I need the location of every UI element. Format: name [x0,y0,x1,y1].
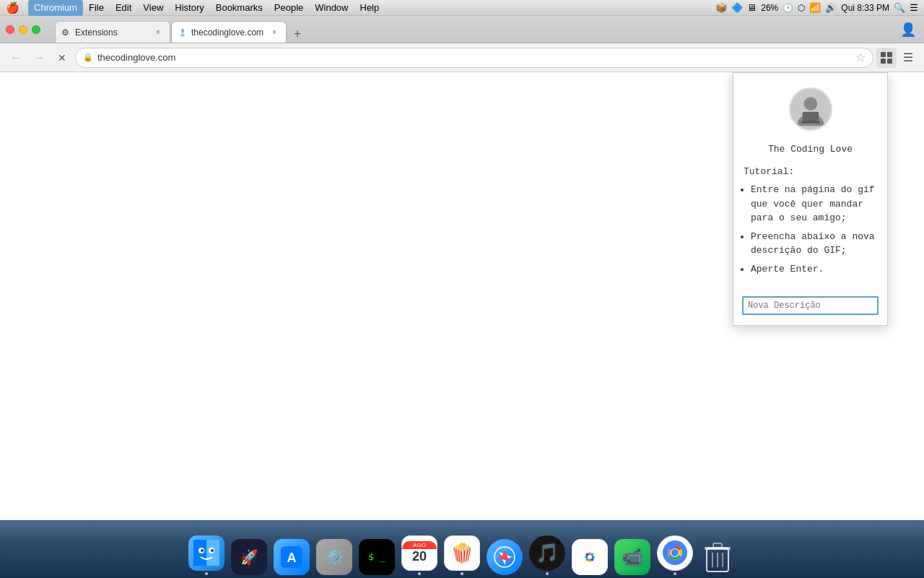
volume-icon: 🔊 [825,2,837,13]
menubar-edit[interactable]: Edit [110,0,137,16]
maximize-window-button[interactable] [32,25,40,34]
dock-finder-dot [205,572,208,575]
popup-site-name: The Coding Love [733,138,887,166]
wifi-icon: 📶 [809,2,821,13]
chromium-svg [663,540,687,565]
hamburger-menu-button[interactable]: ☰ [898,48,918,68]
dock-appstore[interactable]: A [272,535,312,575]
apple-menu-icon[interactable]: 🍎 [6,1,19,14]
tab-extensions-favicon: ⚙ [61,27,71,38]
new-tab-button[interactable]: + [287,25,308,43]
display-icon: 🖥 [747,2,757,13]
bookmark-star-button[interactable]: ☆ [855,51,866,64]
tab-extensions-close[interactable]: × [152,27,164,38]
sysprefs-icon: ⚙️ [316,539,352,575]
calendar-icon: AGO 20 [401,535,437,571]
chrome-window: ⚙ Extensions × thecodinglove.com × + 👤 ←… [0,16,924,578]
menubar-bookmarks[interactable]: Bookmarks [210,0,269,16]
dock-sysprefs[interactable]: ⚙️ [315,535,354,575]
dock-finder[interactable] [187,535,227,575]
list-item: Preencha abaixo a nova descrição do GIF; [751,230,877,258]
menubar-window[interactable]: Window [309,0,354,16]
menubar-history[interactable]: History [169,0,209,16]
trash-svg [703,541,732,573]
safari-svg [492,545,517,569]
dock-popcorn-dot [461,572,463,575]
history-icon: 🕒 [783,3,793,13]
back-button[interactable]: ← [6,48,26,68]
forward-button[interactable]: → [29,48,49,68]
menu-icon[interactable]: ☰ [910,2,918,13]
appstore-icon: A [274,539,310,575]
svg-point-5 [803,97,817,111]
bluetooth2-icon: ⬡ [798,3,805,13]
dock-facetime[interactable]: 📹 [613,535,653,575]
popup-input-wrap [733,290,887,325]
chromium-dock-icon [657,535,693,571]
tab-thecodinglove-title: thecodinglove.com [191,27,269,38]
facetime-icon: 📹 [614,539,650,575]
address-input[interactable] [97,52,851,63]
finder-icon [188,535,225,571]
toolbar: ← → ✕ 🔒 ☆ ☰ [0,43,924,72]
svg-point-34 [671,549,679,556]
avatar [789,87,832,131]
security-icon: 🔒 [83,53,93,62]
popup-tutorial-list: Entre na página do gif que você quer man… [733,183,887,290]
search-icon[interactable]: 🔍 [894,2,905,13]
dock-chromium-dot [674,572,676,575]
appstore-svg: A [281,546,302,568]
dock-safari[interactable] [485,535,525,575]
dock-launchpad[interactable]: 🚀 [230,535,269,575]
dock-trash[interactable] [698,535,738,575]
svg-point-13 [201,549,204,552]
dock: 🚀 A ⚙️ $ _ [180,525,745,575]
menubar-view[interactable]: View [137,0,169,16]
dock-calendar-dot [418,572,421,575]
toolbar-right: ☰ [876,48,918,68]
dock-pinwheel[interactable] [570,535,610,575]
list-item: Aperte Enter. [751,262,877,277]
tab-thecodinglove-favicon [178,27,188,38]
popup-avatar-area [733,73,887,138]
menubar-people[interactable]: People [269,0,309,16]
safari-icon [487,539,523,575]
menubar-help[interactable]: Help [354,0,385,16]
extension-button[interactable] [876,48,897,68]
stop-reload-button[interactable]: ✕ [52,48,72,68]
extension-icon [880,51,893,64]
launchpad-icon: 🚀 [231,539,267,575]
dock-terminal[interactable]: $ _ [357,535,397,575]
popup-tutorial-label: Tutorial: [733,166,887,183]
tab-extensions-title: Extensions [75,27,152,38]
svg-rect-1 [887,52,892,57]
pinwheel-svg [578,545,602,569]
trash-icon [699,539,736,575]
list-item: Entre na página do gif que você quer man… [751,183,877,225]
window-controls [6,25,40,34]
address-bar-wrap: 🔒 ☆ [75,48,873,68]
extension-popup: The Coding Love Tutorial: Entre na págin… [733,72,888,326]
close-window-button[interactable] [6,25,14,34]
tab-extensions[interactable]: ⚙ Extensions × [55,21,170,43]
page-content: The Coding Love Tutorial: Entre na págin… [0,72,924,578]
dock-spotify[interactable]: 🎵 [528,535,567,575]
bluetooth-icon: 🔷 [731,2,743,13]
svg-point-30 [588,555,592,559]
minimize-window-button[interactable] [19,25,27,34]
menubar: 🍎 Chromium File Edit View History Bookma… [0,0,924,16]
tab-thecodinglove-close[interactable]: × [269,27,280,38]
user-profile-button[interactable]: 👤 [898,20,918,40]
menubar-file[interactable]: File [83,0,110,16]
dock-popcorn[interactable]: 🍿 [443,535,482,575]
clock: Qui 8:33 PM [841,3,889,13]
dock-calendar[interactable]: AGO 20 [400,535,440,575]
spotify-icon: 🎵 [529,535,565,571]
tabbar: ⚙ Extensions × thecodinglove.com × + 👤 [0,16,924,43]
tab-thecodinglove[interactable]: thecodinglove.com × [171,21,287,43]
menubar-chromium[interactable]: Chromium [28,0,83,16]
dock-area: 🚀 A ⚙️ $ _ [0,520,924,578]
pinwheel-icon [572,539,608,575]
nova-descricao-input[interactable] [742,296,879,315]
dock-chromium[interactable] [655,535,695,575]
